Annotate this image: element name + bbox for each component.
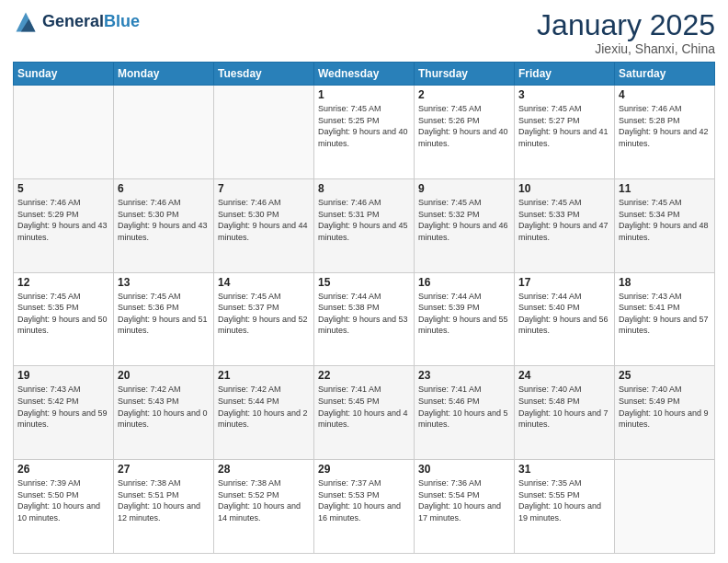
calendar-cell: 30Sunrise: 7:36 AM Sunset: 5:54 PM Dayli… — [415, 460, 515, 554]
day-number: 22 — [318, 369, 410, 382]
calendar-cell: 7Sunrise: 7:46 AM Sunset: 5:30 PM Daylig… — [214, 178, 314, 272]
calendar-cell: 9Sunrise: 7:45 AM Sunset: 5:32 PM Daylig… — [415, 178, 515, 272]
location: Jiexiu, Shanxi, China — [537, 41, 715, 56]
calendar-cell: 10Sunrise: 7:45 AM Sunset: 5:33 PM Dayli… — [515, 178, 615, 272]
day-info: Sunrise: 7:39 AM Sunset: 5:50 PM Dayligh… — [17, 477, 109, 523]
day-info: Sunrise: 7:46 AM Sunset: 5:28 PM Dayligh… — [619, 103, 711, 149]
calendar-header-cell: Thursday — [415, 63, 515, 86]
day-number: 4 — [619, 88, 711, 101]
day-info: Sunrise: 7:45 AM Sunset: 5:37 PM Dayligh… — [218, 291, 310, 337]
day-number: 12 — [17, 276, 109, 289]
calendar-cell: 14Sunrise: 7:45 AM Sunset: 5:37 PM Dayli… — [214, 272, 314, 366]
calendar-cell: 12Sunrise: 7:45 AM Sunset: 5:35 PM Dayli… — [14, 272, 114, 366]
day-number: 26 — [17, 463, 109, 476]
day-info: Sunrise: 7:42 AM Sunset: 5:43 PM Dayligh… — [118, 384, 210, 430]
day-number: 28 — [218, 463, 310, 476]
calendar-cell: 27Sunrise: 7:38 AM Sunset: 5:51 PM Dayli… — [114, 460, 214, 554]
day-info: Sunrise: 7:46 AM Sunset: 5:30 PM Dayligh… — [118, 197, 210, 243]
day-info: Sunrise: 7:45 AM Sunset: 5:34 PM Dayligh… — [619, 197, 711, 243]
day-number: 17 — [518, 276, 610, 289]
day-info: Sunrise: 7:45 AM Sunset: 5:25 PM Dayligh… — [318, 103, 410, 149]
day-number: 16 — [418, 276, 510, 289]
day-info: Sunrise: 7:46 AM Sunset: 5:31 PM Dayligh… — [318, 197, 410, 243]
calendar-cell: 17Sunrise: 7:44 AM Sunset: 5:40 PM Dayli… — [515, 272, 615, 366]
calendar-header-cell: Monday — [114, 63, 214, 86]
day-number: 21 — [218, 369, 310, 382]
calendar-header-cell: Sunday — [14, 63, 114, 86]
day-info: Sunrise: 7:45 AM Sunset: 5:36 PM Dayligh… — [118, 291, 210, 337]
day-info: Sunrise: 7:41 AM Sunset: 5:45 PM Dayligh… — [318, 384, 410, 430]
day-number: 13 — [118, 276, 210, 289]
calendar-cell: 4Sunrise: 7:46 AM Sunset: 5:28 PM Daylig… — [615, 86, 715, 179]
calendar-cell: 18Sunrise: 7:43 AM Sunset: 5:41 PM Dayli… — [615, 272, 715, 366]
day-info: Sunrise: 7:35 AM Sunset: 5:55 PM Dayligh… — [518, 477, 610, 523]
day-info: Sunrise: 7:46 AM Sunset: 5:30 PM Dayligh… — [218, 197, 310, 243]
calendar-header-cell: Saturday — [615, 63, 715, 86]
calendar-cell: 26Sunrise: 7:39 AM Sunset: 5:50 PM Dayli… — [14, 460, 114, 554]
day-info: Sunrise: 7:43 AM Sunset: 5:41 PM Dayligh… — [619, 291, 711, 337]
day-info: Sunrise: 7:37 AM Sunset: 5:53 PM Dayligh… — [318, 477, 410, 523]
day-number: 31 — [518, 463, 610, 476]
day-info: Sunrise: 7:46 AM Sunset: 5:29 PM Dayligh… — [17, 197, 109, 243]
calendar-cell: 1Sunrise: 7:45 AM Sunset: 5:25 PM Daylig… — [314, 86, 415, 179]
calendar-cell: 8Sunrise: 7:46 AM Sunset: 5:31 PM Daylig… — [314, 178, 415, 272]
day-number: 27 — [118, 463, 210, 476]
day-number: 10 — [518, 182, 610, 195]
day-number: 5 — [17, 182, 109, 195]
day-info: Sunrise: 7:44 AM Sunset: 5:39 PM Dayligh… — [418, 291, 510, 337]
month-title: January 2025 — [537, 9, 715, 41]
calendar-cell: 16Sunrise: 7:44 AM Sunset: 5:39 PM Dayli… — [415, 272, 515, 366]
day-info: Sunrise: 7:45 AM Sunset: 5:26 PM Dayligh… — [418, 103, 510, 149]
day-number: 19 — [17, 369, 109, 382]
day-info: Sunrise: 7:40 AM Sunset: 5:48 PM Dayligh… — [518, 384, 610, 430]
calendar-week-row: 1Sunrise: 7:45 AM Sunset: 5:25 PM Daylig… — [14, 86, 715, 179]
calendar-cell: 11Sunrise: 7:45 AM Sunset: 5:34 PM Dayli… — [615, 178, 715, 272]
day-info: Sunrise: 7:40 AM Sunset: 5:49 PM Dayligh… — [619, 384, 711, 430]
day-number: 20 — [118, 369, 210, 382]
calendar-body: 1Sunrise: 7:45 AM Sunset: 5:25 PM Daylig… — [14, 86, 715, 554]
day-number: 29 — [318, 463, 410, 476]
calendar-cell: 23Sunrise: 7:41 AM Sunset: 5:46 PM Dayli… — [415, 366, 515, 460]
calendar-week-row: 5Sunrise: 7:46 AM Sunset: 5:29 PM Daylig… — [14, 178, 715, 272]
day-info: Sunrise: 7:45 AM Sunset: 5:33 PM Dayligh… — [518, 197, 610, 243]
calendar-cell: 24Sunrise: 7:40 AM Sunset: 5:48 PM Dayli… — [515, 366, 615, 460]
title-block: January 2025 Jiexiu, Shanxi, China — [537, 9, 715, 56]
day-number: 6 — [118, 182, 210, 195]
day-info: Sunrise: 7:45 AM Sunset: 5:35 PM Dayligh… — [17, 291, 109, 337]
day-number: 7 — [218, 182, 310, 195]
day-number: 24 — [518, 369, 610, 382]
calendar-cell: 21Sunrise: 7:42 AM Sunset: 5:44 PM Dayli… — [214, 366, 314, 460]
calendar-table: SundayMondayTuesdayWednesdayThursdayFrid… — [13, 62, 715, 554]
day-number: 15 — [318, 276, 410, 289]
calendar-cell — [214, 86, 314, 179]
day-number: 3 — [518, 88, 610, 101]
logo: GeneralBlue — [13, 9, 140, 35]
calendar-cell: 25Sunrise: 7:40 AM Sunset: 5:49 PM Dayli… — [615, 366, 715, 460]
calendar-cell: 3Sunrise: 7:45 AM Sunset: 5:27 PM Daylig… — [515, 86, 615, 179]
calendar-header-cell: Tuesday — [214, 63, 314, 86]
calendar-cell: 2Sunrise: 7:45 AM Sunset: 5:26 PM Daylig… — [415, 86, 515, 179]
logo-icon — [13, 9, 39, 35]
calendar-header-cell: Friday — [515, 63, 615, 86]
calendar-week-row: 26Sunrise: 7:39 AM Sunset: 5:50 PM Dayli… — [14, 460, 715, 554]
calendar-cell: 19Sunrise: 7:43 AM Sunset: 5:42 PM Dayli… — [14, 366, 114, 460]
calendar-week-row: 19Sunrise: 7:43 AM Sunset: 5:42 PM Dayli… — [14, 366, 715, 460]
calendar-week-row: 12Sunrise: 7:45 AM Sunset: 5:35 PM Dayli… — [14, 272, 715, 366]
calendar-cell — [114, 86, 214, 179]
calendar-cell: 15Sunrise: 7:44 AM Sunset: 5:38 PM Dayli… — [314, 272, 415, 366]
page-header: GeneralBlue January 2025 Jiexiu, Shanxi,… — [13, 9, 715, 56]
day-number: 8 — [318, 182, 410, 195]
calendar-cell: 28Sunrise: 7:38 AM Sunset: 5:52 PM Dayli… — [214, 460, 314, 554]
day-info: Sunrise: 7:45 AM Sunset: 5:32 PM Dayligh… — [418, 197, 510, 243]
calendar-cell — [615, 460, 715, 554]
day-info: Sunrise: 7:36 AM Sunset: 5:54 PM Dayligh… — [418, 477, 510, 523]
day-info: Sunrise: 7:45 AM Sunset: 5:27 PM Dayligh… — [518, 103, 610, 149]
day-info: Sunrise: 7:38 AM Sunset: 5:51 PM Dayligh… — [118, 477, 210, 523]
day-number: 18 — [619, 276, 711, 289]
day-number: 1 — [318, 88, 410, 101]
day-info: Sunrise: 7:43 AM Sunset: 5:42 PM Dayligh… — [17, 384, 109, 430]
calendar-cell: 13Sunrise: 7:45 AM Sunset: 5:36 PM Dayli… — [114, 272, 214, 366]
day-number: 11 — [619, 182, 711, 195]
calendar-cell: 5Sunrise: 7:46 AM Sunset: 5:29 PM Daylig… — [14, 178, 114, 272]
day-info: Sunrise: 7:44 AM Sunset: 5:38 PM Dayligh… — [318, 291, 410, 337]
